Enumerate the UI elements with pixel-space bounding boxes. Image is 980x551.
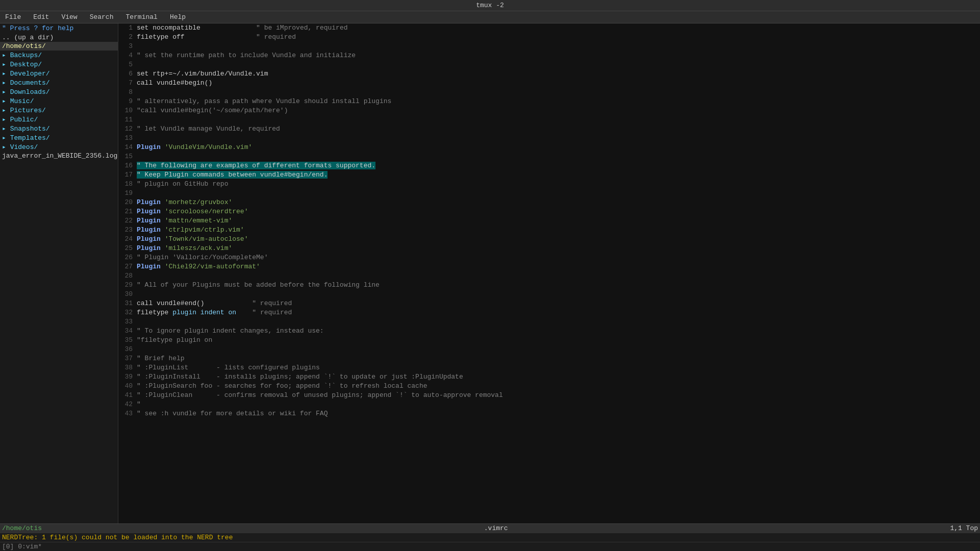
menu-item-view[interactable]: View bbox=[58, 12, 80, 22]
line-content: Plugin 'VundleVim/Vundle.vim' bbox=[137, 143, 980, 152]
code-line: 10"call vundle#begin('~/some/path/here') bbox=[118, 106, 980, 115]
statusbar-position: 1,1 Top bbox=[950, 524, 978, 532]
code-line: 24Plugin 'Townk/vim-autoclose' bbox=[118, 235, 980, 244]
line-content: Plugin 'morhetz/gruvbox' bbox=[137, 198, 980, 207]
line-number: 19 bbox=[118, 189, 137, 198]
code-line: 5 bbox=[118, 60, 980, 69]
line-number: 18 bbox=[118, 180, 137, 189]
vim-editor[interactable]: 1set nocompatible " be iMproved, require… bbox=[118, 23, 980, 523]
main-area: " Press ? for help .. (up a dir)/home/ot… bbox=[0, 23, 980, 523]
code-line: 40" :PluginSearch foo - searches for foo… bbox=[118, 382, 980, 391]
line-content: Plugin 'Chiel92/vim-autoformat' bbox=[137, 262, 980, 271]
sidebar-item-10[interactable]: ▸ Snapshots/ bbox=[0, 124, 118, 133]
line-content: " alternatively, pass a path where Vundl… bbox=[137, 97, 980, 106]
code-line: 1set nocompatible " be iMproved, require… bbox=[118, 23, 980, 33]
sidebar-item-11[interactable]: ▸ Templates/ bbox=[0, 133, 118, 142]
line-content: filetype plugin indent on " required bbox=[137, 308, 980, 317]
line-number: 36 bbox=[118, 345, 137, 354]
code-line: 19 bbox=[118, 189, 980, 198]
code-line: 27Plugin 'Chiel92/vim-autoformat' bbox=[118, 262, 980, 271]
line-content: " Brief help bbox=[137, 354, 980, 363]
menu-item-help[interactable]: Help bbox=[167, 12, 189, 22]
sidebar-item-3[interactable]: ▸ Desktop/ bbox=[0, 60, 118, 69]
menu-item-edit[interactable]: Edit bbox=[30, 12, 52, 22]
sidebar-item-6[interactable]: ▸ Downloads/ bbox=[0, 87, 118, 96]
line-number: 23 bbox=[118, 226, 137, 235]
line-number: 41 bbox=[118, 391, 137, 400]
line-number: 21 bbox=[118, 207, 137, 216]
line-content: " All of your Plugins must be added befo… bbox=[137, 281, 980, 290]
line-content: Plugin 'scrooloose/nerdtree' bbox=[137, 207, 980, 216]
line-number: 24 bbox=[118, 235, 137, 244]
line-number: 15 bbox=[118, 152, 137, 161]
sidebar-item-12[interactable]: ▸ Videos/ bbox=[0, 142, 118, 152]
code-line: 25Plugin 'mileszs/ack.vim' bbox=[118, 244, 980, 253]
line-number: 8 bbox=[118, 88, 137, 97]
sidebar-item-0[interactable]: .. (up a dir) bbox=[0, 33, 118, 42]
sidebar-item-2[interactable]: ▸ Backups/ bbox=[0, 51, 118, 60]
window-title: tmux -2 bbox=[476, 2, 504, 9]
code-line: 43" see :h vundle for more details or wi… bbox=[118, 409, 980, 418]
vim-tabbar: [0] 0:vim* bbox=[0, 542, 980, 551]
code-line: 18" plugin on GitHub repo bbox=[118, 180, 980, 189]
line-content: " :PluginList - lists configured plugins bbox=[137, 363, 980, 372]
sidebar-item-4[interactable]: ▸ Developer/ bbox=[0, 69, 118, 78]
line-content: Plugin 'ctrlpvim/ctrlp.vim' bbox=[137, 226, 980, 235]
line-content: " :PluginInstall - installs plugins; app… bbox=[137, 372, 980, 382]
line-content: call vundle#end() " required bbox=[137, 299, 980, 308]
line-number: 34 bbox=[118, 327, 137, 336]
line-number: 22 bbox=[118, 216, 137, 226]
line-number: 28 bbox=[118, 271, 137, 281]
code-line: 8 bbox=[118, 88, 980, 97]
line-number: 35 bbox=[118, 336, 137, 345]
sidebar-item-13[interactable]: java_error_in_WEBIDE_2356.log bbox=[0, 152, 118, 160]
line-number: 16 bbox=[118, 161, 137, 170]
line-number: 25 bbox=[118, 244, 137, 253]
line-number: 26 bbox=[118, 253, 137, 262]
code-line: 34" To ignore plugin indent changes, ins… bbox=[118, 327, 980, 336]
line-number: 1 bbox=[118, 23, 137, 33]
code-line: 6set rtp+=~/.vim/bundle/Vundle.vim bbox=[118, 69, 980, 79]
code-line: 28 bbox=[118, 271, 980, 281]
line-content: " let Vundle manage Vundle, required bbox=[137, 124, 980, 134]
line-content: "call vundle#begin('~/some/path/here') bbox=[137, 106, 980, 115]
code-line: 7call vundle#begin() bbox=[118, 79, 980, 88]
line-content: " see :h vundle for more details or wiki… bbox=[137, 409, 980, 418]
code-line: 16" The following are examples of differ… bbox=[118, 161, 980, 170]
sidebar-item-1[interactable]: /home/otis/ bbox=[0, 42, 118, 51]
code-line: 11 bbox=[118, 115, 980, 124]
code-line: 29" All of your Plugins must be added be… bbox=[118, 281, 980, 290]
line-number: 7 bbox=[118, 79, 137, 88]
nerdtree-error-text: NERDTree: 1 file(s) could not be loaded … bbox=[2, 534, 233, 541]
line-content: set rtp+=~/.vim/bundle/Vundle.vim bbox=[137, 69, 980, 79]
line-content: "filetype plugin on bbox=[137, 336, 980, 345]
title-bar: tmux -2 bbox=[0, 0, 980, 11]
line-number: 33 bbox=[118, 317, 137, 327]
line-content: " set the runtime path to include Vundle… bbox=[137, 51, 980, 60]
code-line: 42" bbox=[118, 400, 980, 409]
line-content: Plugin 'mattn/emmet-vim' bbox=[137, 216, 980, 226]
menu-item-terminal[interactable]: Terminal bbox=[122, 12, 160, 22]
code-line: 14Plugin 'VundleVim/Vundle.vim' bbox=[118, 143, 980, 152]
line-content: filetype off " required bbox=[137, 33, 980, 42]
line-number: 27 bbox=[118, 262, 137, 271]
menu-item-search[interactable]: Search bbox=[87, 12, 117, 22]
line-number: 29 bbox=[118, 281, 137, 290]
sidebar-item-5[interactable]: ▸ Documents/ bbox=[0, 78, 118, 87]
line-content: set nocompatible " be iMproved, required bbox=[137, 23, 980, 33]
code-line: 2filetype off " required bbox=[118, 33, 980, 42]
menu-bar: FileEditViewSearchTerminalHelp bbox=[0, 11, 980, 23]
sidebar-item-8[interactable]: ▸ Pictures/ bbox=[0, 106, 118, 115]
menu-item-file[interactable]: File bbox=[2, 12, 24, 22]
sidebar-item-9[interactable]: ▸ Public/ bbox=[0, 115, 118, 124]
sidebar-item-7[interactable]: ▸ Music/ bbox=[0, 96, 118, 106]
code-area: 1set nocompatible " be iMproved, require… bbox=[118, 23, 980, 523]
line-number: 40 bbox=[118, 382, 137, 391]
code-line: 36 bbox=[118, 345, 980, 354]
code-line: 39" :PluginInstall - installs plugins; a… bbox=[118, 372, 980, 382]
line-number: 39 bbox=[118, 372, 137, 382]
code-line: 13 bbox=[118, 134, 980, 143]
code-line: 32filetype plugin indent on " required bbox=[118, 308, 980, 317]
code-line: 31call vundle#end() " required bbox=[118, 299, 980, 308]
nerdtree-sidebar: " Press ? for help .. (up a dir)/home/ot… bbox=[0, 23, 118, 523]
